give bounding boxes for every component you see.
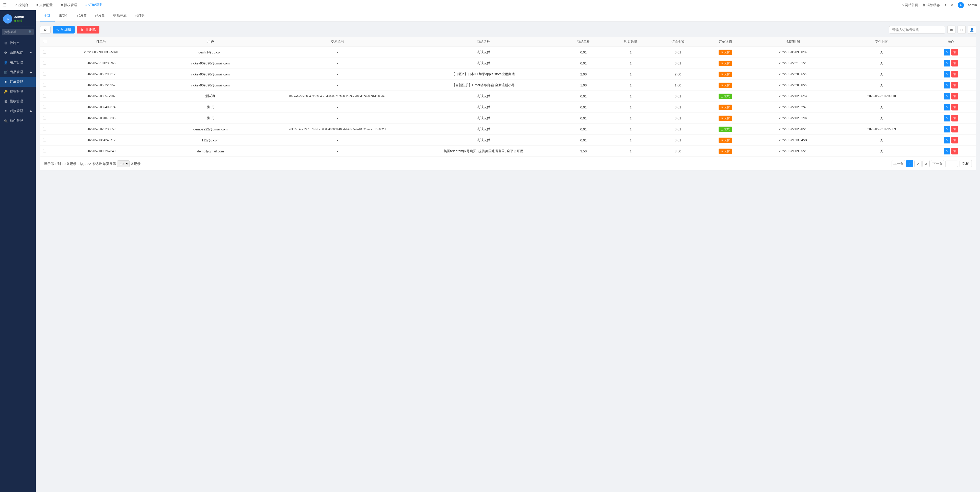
cell-actions: ✎ 🗑 [926, 58, 976, 69]
tabs-bar: 全部 未支付 代发货 已发货 交易完成 已订购 [36, 10, 980, 21]
nav-item-orders[interactable]: ≡ 订单管理 [84, 0, 103, 10]
cell-actions: ✎ 🗑 [926, 80, 976, 91]
sidebar-item-dashboard[interactable]: ⊞ 控制台 [0, 38, 36, 48]
cell-product-name: 测试支付 [407, 113, 560, 124]
chevron-down-icon: ▼ [30, 51, 32, 54]
sidebar-item-auth[interactable]: 🔑 授权管理 [0, 87, 36, 96]
tab-closed[interactable]: 已订购 [130, 10, 149, 21]
page-2-button[interactable]: 2 [914, 160, 921, 167]
icon1: ✦ [944, 3, 947, 7]
cell-product-name: 测试支付 [407, 91, 560, 102]
goto-input[interactable] [945, 161, 958, 167]
user-filter-button[interactable]: 👤 [968, 26, 976, 34]
th-product-name: 商品名称 [407, 37, 560, 47]
cell-order-id: 20220522036577987 [49, 91, 153, 102]
row-checkbox[interactable] [43, 149, 46, 152]
row-edit-button[interactable]: ✎ [944, 71, 950, 77]
row-edit-button[interactable]: ✎ [944, 115, 950, 121]
cell-product-name: 美国telegram账号购买, 提供美国账号登录, 全平台可用 [407, 146, 560, 157]
action-buttons: ✎ 🗑 [928, 49, 974, 56]
tab-all[interactable]: 全部 [40, 10, 55, 21]
row-edit-button[interactable]: ✎ [944, 137, 950, 144]
row-checkbox[interactable] [43, 61, 46, 64]
row-edit-button[interactable]: ✎ [944, 126, 950, 133]
row-delete-button[interactable]: 🗑 [951, 115, 958, 121]
row-delete-button[interactable]: 🗑 [951, 104, 958, 110]
page-size-select[interactable]: 10 20 50 [117, 160, 130, 167]
th-status: 订单状态 [702, 37, 749, 47]
close-icon[interactable]: ✕ [951, 3, 954, 7]
row-checkbox[interactable] [43, 105, 46, 109]
goto-wrap: 跳转 [945, 160, 972, 167]
row-delete-button[interactable]: 🗑 [951, 126, 958, 133]
row-delete-button[interactable]: 🗑 [951, 93, 958, 99]
row-edit-button[interactable]: ✎ [944, 49, 950, 56]
cell-product-name: 测试支付 [407, 58, 560, 69]
sidebar-item-users[interactable]: 👤 用户管理 [0, 58, 36, 67]
auth-menu-icon: 🔑 [3, 90, 8, 94]
bridge-icon: ≡ [3, 109, 8, 113]
row-delete-button[interactable]: 🗑 [951, 71, 958, 77]
cell-order-id: 20220521093267340 [49, 146, 153, 157]
row-checkbox[interactable] [43, 83, 46, 86]
delete-button[interactable]: 🗑 🗑 删除 [77, 26, 100, 34]
row-delete-button[interactable]: 🗑 [951, 60, 958, 67]
cell-order-id: 20220522020238659 [49, 124, 153, 135]
row-delete-button[interactable]: 🗑 [951, 148, 958, 155]
row-delete-button[interactable]: 🗑 [951, 82, 958, 88]
edit-button[interactable]: ✎ ✎ 编辑 [52, 26, 75, 34]
sidebar-item-sysconfig[interactable]: ⚙ 系统配置 ▼ [0, 48, 36, 58]
website-link[interactable]: ⌂ 网站首页 [902, 3, 918, 7]
sidebar-item-products[interactable]: 🛒 商品管理 ▶ [0, 67, 36, 77]
cell-create-time: 2022-05-22 21:01:23 [749, 58, 837, 69]
clear-cache-link[interactable]: 🗑 清除缓存 [922, 3, 940, 7]
order-search-input[interactable] [889, 26, 945, 34]
row-edit-button[interactable]: ✎ [944, 148, 950, 155]
page-3-button[interactable]: 3 [923, 160, 930, 167]
row-delete-button[interactable]: 🗑 [951, 49, 958, 56]
tab-invoiced[interactable]: 代发货 [73, 10, 91, 21]
row-checkbox[interactable] [43, 127, 46, 130]
row-checkbox[interactable] [43, 94, 46, 97]
cell-unit-price: 0.01 [560, 91, 607, 102]
row-edit-button[interactable]: ✎ [944, 82, 950, 88]
row-edit-button[interactable]: ✎ [944, 93, 950, 99]
cell-pay-time: 无 [837, 58, 926, 69]
sidebar-item-plugins[interactable]: 🔌 插件管理 [0, 116, 36, 126]
prev-page-button[interactable]: 上一页 [892, 160, 905, 167]
cell-quantity: 1 [607, 91, 654, 102]
select-all-checkbox[interactable] [43, 40, 46, 43]
cell-checkbox [40, 113, 49, 124]
page-1-button[interactable]: 1 [906, 160, 913, 167]
row-edit-button[interactable]: ✎ [944, 104, 950, 110]
nav-item-payment[interactable]: ≡ 支付配置 [35, 0, 54, 10]
row-checkbox[interactable] [43, 138, 46, 141]
cell-quantity: 1 [607, 80, 654, 91]
row-checkbox[interactable] [43, 50, 46, 53]
nav-item-auth[interactable]: ≡ 授权管理 [59, 0, 79, 10]
sidebar-item-bridge[interactable]: ≡ 对接管理 ▶ [0, 106, 36, 116]
row-edit-button[interactable]: ✎ [944, 60, 950, 67]
nav-item-dashboard[interactable]: ⌂ 控制台 [14, 0, 30, 10]
row-checkbox[interactable] [43, 72, 46, 75]
table-settings-button[interactable]: ⊟ [958, 26, 966, 34]
sidebar-user: A admin 在线 [0, 10, 36, 27]
cell-actions: ✎ 🗑 [926, 47, 976, 58]
hamburger-icon[interactable]: ☰ [3, 3, 6, 7]
row-checkbox[interactable] [43, 116, 46, 120]
settings-button[interactable]: ⚙ [40, 26, 51, 34]
top-nav-username: admin [968, 3, 977, 7]
row-delete-button[interactable]: 🗑 [951, 137, 958, 144]
cell-order-id: 20220521354248712 [49, 135, 153, 146]
sidebar-item-orders[interactable]: ≡ 订单管理 [0, 77, 36, 87]
cell-pay-time: 无 [837, 113, 926, 124]
goto-button[interactable]: 跳转 [959, 160, 972, 167]
column-settings-button[interactable]: ⊞ [947, 26, 956, 34]
tab-trading[interactable]: 交易完成 [109, 10, 130, 21]
tab-shipped[interactable]: 已发货 [91, 10, 109, 21]
search-icon[interactable]: 🔍 [29, 30, 32, 34]
next-page-button[interactable]: 下一页 [931, 160, 944, 167]
sidebar-item-templates[interactable]: ⊞ 模板管理 [0, 96, 36, 106]
cell-product-name: 【日区id】日本ID 苹果apple store应用商店 [407, 69, 560, 80]
tab-unpaid[interactable]: 未支付 [55, 10, 73, 21]
